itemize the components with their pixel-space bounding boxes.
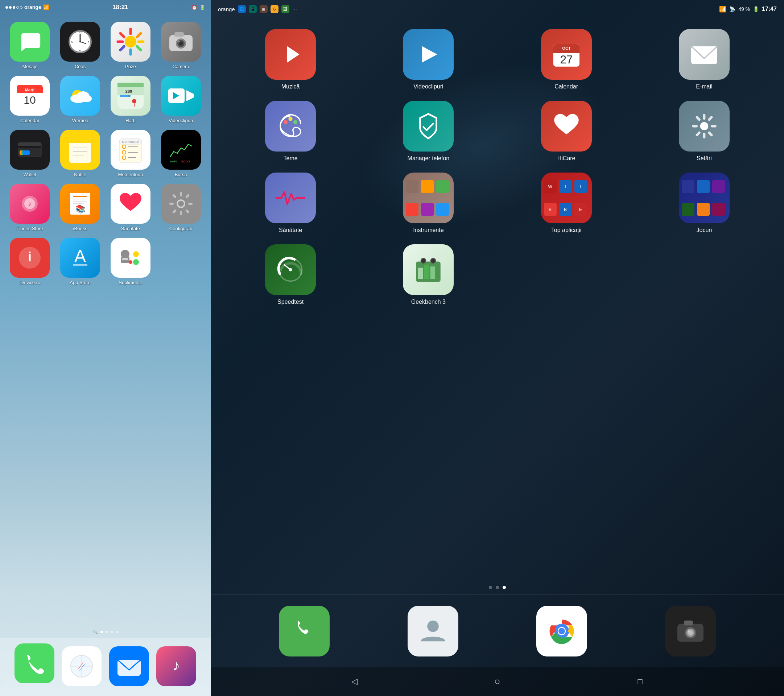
app-icon-idevice: i (10, 238, 50, 278)
dock-telefon[interactable]: Telefon (15, 643, 54, 691)
android-battery-pct: 49 % (738, 6, 750, 12)
android-icon-geekbench (403, 244, 454, 295)
svg-point-96 (129, 260, 132, 264)
svg-point-32 (82, 95, 92, 102)
android-app-manager[interactable]: Manager telefon (363, 101, 494, 162)
app-ibooks[interactable]: 📚 iBooks (57, 184, 104, 231)
app-bursa[interactable]: AAPL GOOG Bursa (157, 130, 204, 177)
svg-rect-73 (73, 199, 87, 199)
svg-point-132 (421, 258, 426, 263)
app-calendar[interactable]: Marți 10 Calendar (7, 76, 53, 123)
svg-marker-105 (287, 46, 300, 63)
android-label-geekbench: Geekbench 3 (411, 299, 446, 305)
android-app-email[interactable]: E-mail (639, 29, 769, 90)
android-app-videoclipuri[interactable]: Videoclipuri (363, 29, 494, 90)
app-camera[interactable]: Cameră (157, 22, 204, 69)
app-itunes[interactable]: ♪ iTunes Store (7, 184, 53, 231)
svg-point-114 (289, 117, 293, 121)
app-label-harti: Hărți (125, 118, 135, 123)
android-icon-sanatate (265, 173, 316, 223)
app-icon-sanatate (110, 184, 150, 224)
svg-text:📚: 📚 (76, 204, 86, 214)
svg-rect-19 (175, 32, 184, 36)
app-icon-mementouri: Mementouri (110, 130, 150, 169)
svg-point-115 (293, 120, 297, 124)
android-dock-telefon[interactable] (279, 606, 329, 657)
dock-safari[interactable] (62, 646, 102, 688)
app-suplimente[interactable]: Suplimente (107, 238, 154, 285)
signal-dots (5, 6, 23, 9)
svg-rect-72 (73, 196, 87, 197)
app-ceas[interactable]: 12 3 6 9 Ceas (57, 22, 104, 69)
nav-back-button[interactable]: ◁ (348, 674, 362, 689)
app-icon-mesaje (10, 22, 50, 62)
app-label-notite: Notițe (74, 172, 86, 177)
app-label-mesaje: Mesaje (22, 64, 37, 69)
dot-5 (20, 6, 23, 9)
svg-text:6: 6 (79, 49, 81, 52)
app-icon-vremea (60, 76, 100, 116)
dock-icon-mail (109, 646, 149, 686)
page-dot-2 (105, 631, 108, 633)
android-app-setari[interactable]: Setări (639, 101, 769, 162)
app-icon-videoclipuri (161, 76, 201, 116)
android-app-instrumente[interactable]: Instrumente (363, 173, 494, 234)
android-signal-icon: 📡 (729, 6, 735, 12)
app-videoclipuri-ios[interactable]: Videoclipuri (157, 76, 204, 123)
svg-text:10: 10 (24, 94, 36, 106)
android-app-teme[interactable]: Teme (225, 101, 356, 162)
app-appstore[interactable]: A App Store (57, 238, 104, 285)
android-app-topapps[interactable]: W f t B B E Top aplicații (501, 173, 632, 234)
svg-point-23 (178, 41, 180, 43)
android-app-jocuri[interactable]: Jocuri (639, 173, 769, 234)
android-icon-setari (679, 101, 730, 151)
app-label-wallet: Wallet (23, 172, 36, 177)
svg-line-13 (137, 46, 141, 50)
app-label-mementouri: Mementouri (118, 172, 143, 177)
android-more-icon: ··· (292, 6, 297, 12)
ios-screen: orange 📶 18:21 ⏰ 🔋 Mesaje (0, 0, 211, 696)
dock-muzica[interactable]: ♪ (156, 646, 196, 688)
app-label-calendar: Calendar (20, 118, 40, 123)
app-poze[interactable]: Poze (107, 22, 154, 69)
android-app-sanatate[interactable]: Sănătate (225, 173, 356, 234)
android-dock-contacte[interactable] (408, 606, 458, 657)
app-vremea[interactable]: Vremea (57, 76, 104, 123)
svg-text:280: 280 (125, 89, 132, 94)
svg-rect-80 (180, 211, 182, 216)
android-label-email: E-mail (696, 83, 712, 90)
app-configurari[interactable]: Configurări (157, 184, 204, 231)
nav-recent-button[interactable]: □ (633, 674, 647, 689)
android-app-geekbench[interactable]: Geekbench 3 (363, 244, 494, 305)
svg-rect-46 (18, 143, 41, 146)
app-sanatate-ios[interactable]: Sănătate (107, 184, 154, 231)
android-app-speedtest[interactable]: Speedtest (225, 244, 356, 305)
android-dock-icon-camera (665, 606, 716, 657)
svg-rect-117 (703, 114, 706, 120)
svg-point-39 (132, 99, 136, 103)
svg-line-11 (137, 33, 141, 37)
android-dock-camera[interactable] (665, 606, 716, 657)
android-status-bar: orange 🌐 📱 ⊞ G 🖼 ··· 📶 📡 49 % 🔋 17:47 (211, 0, 784, 18)
app-icon-itunes: ♪ (10, 184, 50, 224)
app-notite[interactable]: Notițe (57, 130, 104, 177)
app-harti[interactable]: 280 A Hărți (107, 76, 154, 123)
svg-point-134 (427, 620, 439, 632)
nav-home-button[interactable]: ○ (490, 674, 504, 689)
dock-mail[interactable] (109, 646, 149, 688)
android-dock-chrome[interactable] (536, 606, 587, 657)
android-app-hicare[interactable]: HiCare (501, 101, 632, 162)
android-app-muzica[interactable]: Muzică (225, 29, 356, 90)
android-page-dots (211, 580, 784, 594)
svg-point-113 (283, 120, 288, 124)
app-mesaje[interactable]: Mesaje (7, 22, 53, 69)
app-mementouri[interactable]: Mementouri Mementouri (107, 130, 154, 177)
ios-status-bar: orange 📶 18:21 ⏰ 🔋 (0, 0, 211, 15)
app-wallet[interactable]: Wallet (7, 130, 53, 177)
android-app-calendar[interactable]: OCT 27 Calendar (501, 29, 632, 90)
svg-marker-42 (186, 90, 194, 101)
page-dot-3 (110, 631, 113, 633)
app-icon-suplimente (110, 238, 150, 278)
app-idevice[interactable]: i iDevice.ro (7, 238, 53, 285)
svg-rect-74 (73, 201, 87, 202)
